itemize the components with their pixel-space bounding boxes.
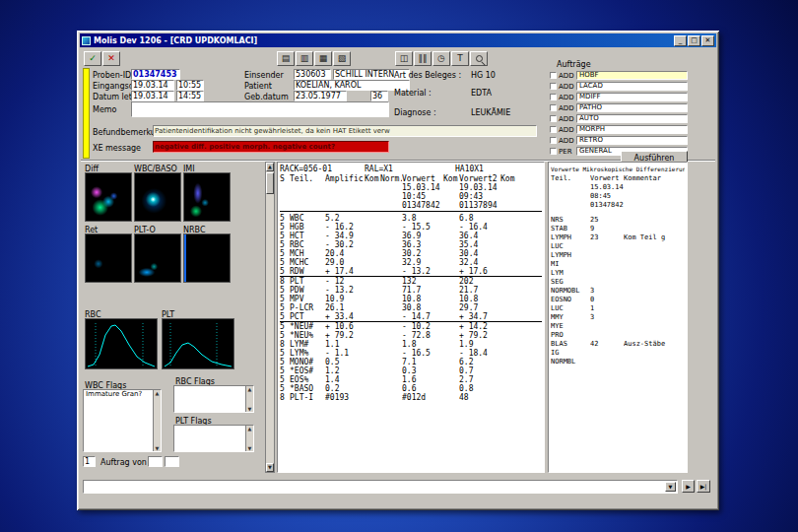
eingangsdatum-date-field[interactable]: 19.03.14: [131, 80, 174, 91]
befundbemerkung-field[interactable]: Patientenidentifikation nicht gewährleis…: [153, 125, 537, 137]
einsender-code-field[interactable]: 530603: [294, 69, 331, 80]
wbc-flags-list[interactable]: Immature Gran? ▲▼: [83, 389, 162, 452]
search-button[interactable]: [470, 51, 488, 66]
result-status: 5: [280, 240, 290, 249]
result-row[interactable]: 5 RBC - 30.2 36.3 35.4: [280, 240, 542, 249]
order-count-field[interactable]: 1: [83, 456, 96, 467]
eingangsdatum-time-field[interactable]: 10:55: [176, 80, 204, 91]
command-combobox[interactable]: ▼: [83, 480, 678, 494]
auftrag-name[interactable]: MORPH: [576, 125, 688, 134]
last-record-button[interactable]: ▶|: [697, 480, 710, 493]
auftrag-checkbox[interactable]: [550, 94, 557, 100]
auftrag-von-label: Auftrag von: [100, 458, 147, 467]
result-row[interactable]: 5 MCH 20.4 30.2 30.4: [280, 249, 542, 258]
plt-flags-list[interactable]: ▲▼: [173, 425, 254, 452]
grid-view-button[interactable]: ◫: [395, 51, 413, 66]
result-row[interactable]: 5 LYM% - 1.1 - 16.5 - 18.4: [280, 349, 542, 358]
scroll-thumb[interactable]: [266, 172, 274, 194]
auftrag-name[interactable]: PATHO: [576, 103, 688, 112]
close-button[interactable]: ✕: [701, 35, 714, 46]
scroll-down-icon[interactable]: ▼: [266, 463, 274, 472]
auftrag-name[interactable]: HOBF: [576, 71, 688, 80]
result-row[interactable]: 5 *BASO 0.2 0.6 0.8: [280, 384, 542, 393]
auftrag-checkbox[interactable]: [550, 126, 557, 133]
print-preview-button[interactable]: ▥: [296, 51, 313, 66]
result-row[interactable]: 5 EOS% 1.4 1.6 2.7: [280, 375, 542, 384]
next-record-button[interactable]: ▶: [682, 480, 695, 493]
geburtsdatum-field[interactable]: 23.05.1977: [294, 91, 347, 101]
print-list-button[interactable]: ▦: [314, 51, 332, 66]
confirm-button[interactable]: ✓: [84, 51, 101, 66]
result-value: 0.5: [325, 358, 365, 366]
maximize-button[interactable]: □: [688, 35, 700, 46]
minimize-button[interactable]: _: [674, 35, 687, 46]
auftrag-name[interactable]: LACAD: [576, 82, 688, 91]
result-row[interactable]: 5 RDW + 17.4 - 13.2 + 17.6: [280, 267, 542, 277]
wbc-flags-scrollbar[interactable]: ▲▼: [153, 390, 161, 451]
result-row[interactable]: 5 WBC 5.2 3.8 6.8: [280, 214, 542, 223]
auftrag-row[interactable]: ADD AUTO: [550, 113, 688, 124]
results-scrollbar[interactable]: ▲ ▼: [265, 162, 275, 473]
combo-dropdown-icon[interactable]: ▼: [665, 482, 676, 492]
micro-cell-name: SEG: [551, 278, 590, 287]
auftrag-name[interactable]: AUTO: [576, 114, 688, 123]
order-to-field[interactable]: [165, 456, 179, 467]
print-button[interactable]: ▤: [277, 51, 295, 66]
auftrag-checkbox[interactable]: [550, 83, 557, 90]
result-row[interactable]: 5 HGB - 16.2 - 15.5 - 16.4: [280, 223, 542, 232]
auftrag-checkbox[interactable]: [550, 137, 557, 144]
result-row[interactable]: 5 MONO# 0.5 7.1 6.2: [280, 358, 542, 366]
datum-letzter-date-field[interactable]: 19.03.14: [131, 91, 174, 101]
result-row[interactable]: 5 PCT + 33.4 - 14.7 + 34.7: [280, 312, 542, 322]
auftrag-row[interactable]: ADD HOBF: [550, 70, 688, 81]
datum-letzter-time-field[interactable]: 14:55: [176, 91, 204, 101]
auftrag-name[interactable]: MDIFF: [576, 93, 688, 101]
proben-id-field[interactable]: 01347453: [131, 69, 180, 80]
cancel-button[interactable]: ✕: [102, 51, 120, 66]
order-from-field[interactable]: [148, 456, 163, 467]
auftrag-checkbox[interactable]: [550, 104, 557, 111]
plt-flags-scrollbar[interactable]: ▲▼: [245, 426, 253, 451]
auftrag-checkbox[interactable]: [550, 72, 557, 79]
result-test-name: PCT: [290, 312, 325, 321]
result-row[interactable]: 5 MPV 10.9 10.8 10.8: [280, 295, 542, 303]
flag-item[interactable]: Immature Gran?: [84, 390, 161, 399]
auftrag-checkbox[interactable]: [550, 148, 557, 155]
result-vorwert2: 10.8: [459, 295, 500, 303]
result-row[interactable]: 8 PLT - 12 132 202: [280, 277, 542, 286]
auftrag-row[interactable]: ADD MORPH: [550, 124, 688, 135]
result-value: 10.9: [325, 295, 365, 303]
result-row[interactable]: 5 *EOS# 1.2 0.3 0.7: [280, 366, 542, 375]
auftrag-name[interactable]: RETRO: [576, 136, 688, 145]
result-row[interactable]: 5 P-LCR 26.1 30.8 29.7: [280, 303, 542, 312]
result-row[interactable]: 5 HCT - 34.9 36.9 36.4: [280, 232, 542, 240]
export-button[interactable]: ▧: [333, 51, 351, 66]
rack-id: RACK=056-01: [280, 165, 365, 174]
rbc-flags-list[interactable]: ▲▼: [173, 385, 254, 413]
micro-cell-comment: [624, 349, 685, 358]
barcode-button[interactable]: ‖‖: [414, 51, 432, 66]
auftrag-checkbox[interactable]: [550, 115, 557, 122]
result-row[interactable]: 8 PLT-I #0193 #012d 48: [280, 393, 542, 402]
text-tool-button[interactable]: T: [451, 51, 469, 66]
auftrag-row[interactable]: ADD MDIFF: [550, 92, 688, 102]
result-test-name: MCHC: [290, 258, 325, 267]
rbc-flags-scrollbar[interactable]: ▲▼: [245, 386, 253, 412]
result-row[interactable]: 5 PDW - 13.2 71.7 21.7: [280, 286, 542, 295]
auftrag-row[interactable]: ADD LACAD: [550, 81, 688, 92]
history-clock-button[interactable]: ◷: [432, 51, 450, 66]
result-value: 1.4: [325, 375, 365, 384]
result-row[interactable]: 5 *NEU% + 79.2 - 72.8 + 79.2: [280, 331, 542, 340]
result-vorwert2: 2.7: [459, 375, 500, 384]
result-row[interactable]: 5 MCHC 29.0 32.9 32.4: [280, 258, 542, 267]
patient-name-field[interactable]: KOELIAN, KAROL: [294, 80, 410, 91]
scroll-up-icon[interactable]: ▲: [266, 163, 274, 171]
auftrag-row[interactable]: ADD RETRO: [550, 135, 688, 146]
result-row[interactable]: 8 LYM# 1.1 1.8 1.9: [280, 340, 542, 349]
alter-field[interactable]: 36: [370, 91, 388, 101]
auftrag-row[interactable]: ADD PATHO: [550, 102, 688, 113]
memo-field[interactable]: [131, 101, 389, 117]
result-row[interactable]: 5 *NEU# + 10.6 - 10.2 + 14.2: [280, 322, 542, 331]
command-input[interactable]: [85, 482, 664, 492]
titlebar[interactable]: Molis Dev 1206 - [CRD UPDKOMLACI] _ □ ✕: [80, 33, 716, 47]
